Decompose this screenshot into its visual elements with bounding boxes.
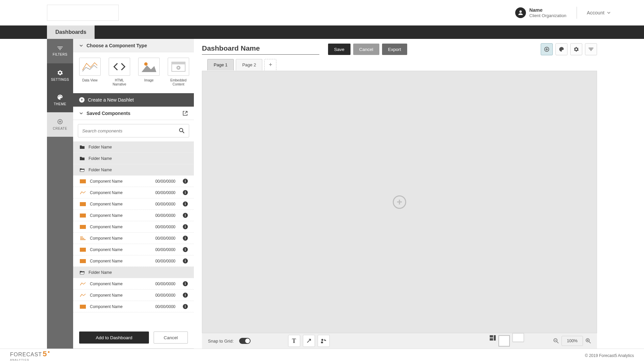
folder-row[interactable]: Folder Name (73, 153, 194, 164)
component-row[interactable]: Component Name00/00/0000i (73, 301, 194, 312)
info-icon[interactable]: i (183, 190, 188, 195)
saved-components-header[interactable]: Saved Components (73, 107, 194, 120)
layout-swatch-2[interactable] (513, 333, 524, 342)
component-name: Component Name (90, 190, 151, 195)
component-type-embedded[interactable]: Embedded Content (168, 58, 189, 86)
component-row[interactable]: Component Name00/00/0000i (73, 176, 194, 187)
tab-label: Page 1 (214, 62, 227, 67)
search-components-input[interactable] (78, 124, 189, 137)
comp-type-label: Image (144, 78, 154, 82)
component-date: 00/00/0000 (155, 247, 175, 252)
sidebar-create[interactable]: CREATE (47, 112, 73, 137)
cancel-button[interactable]: Cancel (353, 44, 379, 55)
shapes-tool-button[interactable] (318, 335, 330, 347)
zoom-out-button[interactable] (553, 338, 559, 344)
folder-row[interactable]: Folder Name (73, 141, 194, 153)
component-date: 00/00/0000 (155, 225, 175, 229)
svg-line-14 (182, 131, 184, 133)
folder-row[interactable]: Folder Name (73, 267, 194, 278)
settings-button[interactable] (570, 43, 582, 55)
component-row[interactable]: Component Name00/00/0000i (73, 244, 194, 255)
zoom-in-button[interactable] (586, 338, 591, 344)
component-type-html-narrative[interactable]: HTML Narrative (109, 58, 130, 86)
brand-logo: FORECAST5■ (10, 350, 50, 358)
chevron-down-icon (79, 111, 83, 115)
text-tool-button[interactable]: T (288, 335, 300, 347)
component-row[interactable]: Component Name00/00/0000i (73, 221, 194, 233)
info-icon[interactable]: i (183, 213, 188, 218)
avatar-icon (515, 7, 526, 18)
page-tab-1[interactable]: Page 1 (207, 59, 234, 70)
component-row[interactable]: Component Name00/00/0000i (73, 210, 194, 221)
zoom-level[interactable]: 100% (561, 336, 583, 346)
info-icon[interactable]: i (183, 224, 188, 229)
svg-rect-17 (80, 214, 86, 218)
btn-label: Add to Dashboard (96, 335, 132, 340)
user-info[interactable]: Name Client Organization (515, 7, 567, 18)
chart-icon (80, 282, 86, 286)
layout-swatch-1[interactable] (498, 335, 510, 347)
account-dropdown[interactable]: Account (587, 10, 610, 15)
btn-label: Export (388, 47, 401, 52)
layout-icon[interactable] (490, 335, 496, 347)
info-icon[interactable]: i (183, 236, 188, 241)
export-button[interactable]: Export (382, 44, 407, 55)
info-icon[interactable]: i (183, 247, 188, 252)
theme-button[interactable] (555, 43, 568, 55)
component-row[interactable]: Component Name00/00/0000i (73, 278, 194, 290)
component-date: 00/00/0000 (155, 236, 175, 241)
component-date: 00/00/0000 (155, 213, 175, 218)
info-icon[interactable]: i (183, 293, 188, 298)
dashboard-title-input[interactable] (202, 44, 319, 55)
folder-open-icon (80, 270, 85, 275)
svg-point-31 (321, 339, 323, 341)
search-field[interactable] (82, 128, 179, 133)
filter-button[interactable] (585, 43, 597, 55)
open-in-new-icon[interactable] (182, 111, 188, 116)
search-icon[interactable] (179, 128, 185, 134)
dashboard-canvas[interactable]: + (202, 71, 597, 333)
component-row[interactable]: Component Name00/00/0000i (73, 198, 194, 210)
component-date: 00/00/0000 (155, 282, 175, 286)
page-tab-2[interactable]: Page 2 (236, 59, 262, 70)
brand-name: FORECAST (10, 352, 42, 358)
arrow-tool-button[interactable] (303, 335, 315, 347)
choose-component-header[interactable]: Choose a Component Type (73, 39, 194, 52)
chart-icon (80, 293, 86, 297)
info-icon[interactable]: i (183, 179, 188, 184)
info-icon[interactable]: i (183, 201, 188, 206)
snap-to-grid-toggle[interactable] (239, 338, 251, 344)
component-row[interactable]: Component Name00/00/0000i (73, 233, 194, 244)
component-row[interactable]: Component Name00/00/0000i (73, 290, 194, 301)
add-widget-button[interactable] (541, 43, 553, 55)
choose-component-label: Choose a Component Type (87, 43, 147, 48)
tab-dashboards[interactable]: Dashboards (47, 25, 95, 39)
component-type-image[interactable]: Image (138, 58, 160, 86)
component-list[interactable]: Folder Name Folder Name Folder Name Comp… (73, 141, 194, 327)
component-name: Component Name (90, 304, 151, 309)
copyright-text: © 2019 Forecast5 Analytics (585, 353, 634, 358)
sidebar-filters[interactable]: FILTERS (47, 39, 73, 63)
info-icon[interactable]: i (183, 304, 188, 309)
folder-row[interactable]: Folder Name (73, 164, 194, 176)
component-row[interactable]: Component Name00/00/0000i (73, 255, 194, 267)
snap-to-grid-label: Snap to Grid: (208, 339, 234, 344)
component-name: Component Name (90, 202, 151, 206)
add-to-dashboard-button[interactable]: Add to Dashboard (79, 331, 149, 344)
component-name: Component Name (90, 179, 151, 184)
chevron-down-icon (607, 11, 610, 14)
info-icon[interactable]: i (183, 258, 188, 263)
panel-cancel-button[interactable]: Cancel (154, 331, 188, 344)
component-row[interactable]: Component Name00/00/0000i (73, 187, 194, 198)
account-label: Account (587, 10, 604, 15)
add-page-button[interactable]: + (264, 59, 276, 70)
folder-label: Folder Name (89, 168, 188, 172)
sidebar-theme[interactable]: THEME (47, 88, 73, 112)
sidebar-settings[interactable]: SETTINGS (47, 63, 73, 88)
component-type-data-view[interactable]: Data View (79, 58, 101, 86)
create-dashlet-button[interactable]: + Create a New Dashlet (73, 93, 194, 107)
chart-icon (80, 259, 86, 263)
save-button[interactable]: Save (328, 44, 351, 55)
info-icon[interactable]: i (183, 281, 188, 286)
canvas-add-icon[interactable]: + (393, 195, 406, 209)
